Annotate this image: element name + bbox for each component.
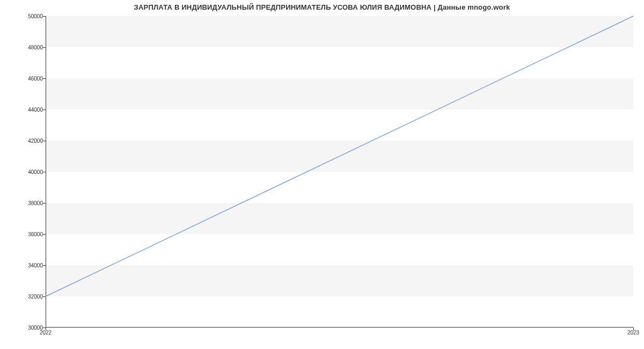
line-layer <box>46 16 633 328</box>
data-line <box>46 16 633 296</box>
x-tick-label: 2022 <box>40 330 52 336</box>
y-tick-label: 34000 <box>28 263 43 268</box>
y-tick-label: 38000 <box>28 200 43 206</box>
y-tick-label: 40000 <box>28 169 43 175</box>
y-tick-label: 36000 <box>28 231 43 237</box>
chart-container: ЗАРПЛАТА В ИНДИВИДУАЛЬНЫЙ ПРЕДПРИНИМАТЕЛ… <box>0 0 644 349</box>
y-tick-label: 48000 <box>28 45 43 50</box>
plot-area <box>46 16 633 328</box>
y-tick-label: 50000 <box>28 13 43 19</box>
y-tick-label: 44000 <box>28 107 43 113</box>
y-tick-label: 46000 <box>28 76 43 82</box>
chart-title: ЗАРПЛАТА В ИНДИВИДУАЛЬНЫЙ ПРЕДПРИНИМАТЕЛ… <box>0 3 644 11</box>
x-tick-label: 2023 <box>627 330 639 336</box>
y-tick-label: 32000 <box>28 294 43 300</box>
y-tick-label: 42000 <box>28 138 43 144</box>
